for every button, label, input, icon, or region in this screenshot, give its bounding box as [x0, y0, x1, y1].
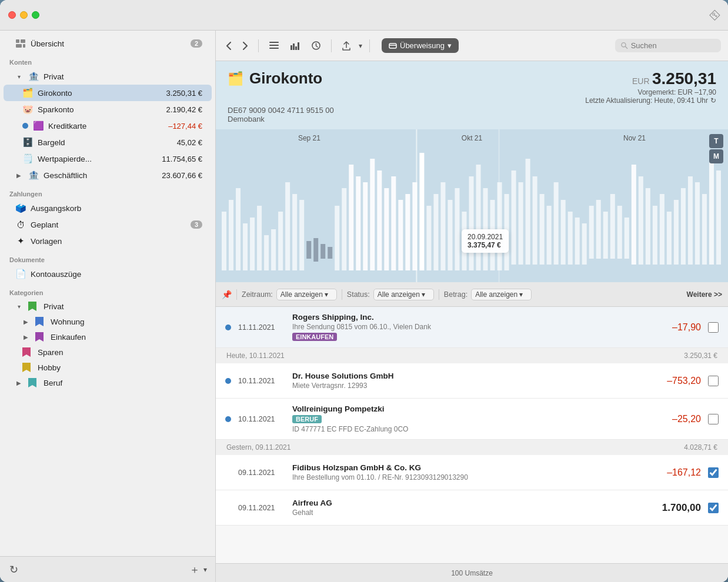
transfer-dropdown: ▾	[448, 41, 452, 50]
fullscreen-button[interactable]	[32, 11, 39, 19]
sidebar-item-kreditkarte[interactable]: 🟪 Kreditkarte –127,44 €	[4, 118, 212, 134]
chart-view-button[interactable]	[287, 39, 303, 52]
sidebar-item-hobby[interactable]: Hobby	[4, 360, 212, 375]
svg-rect-33	[320, 244, 325, 259]
sidebar-item-wohnung[interactable]: ▶ Wohnung	[4, 314, 212, 329]
svg-rect-66	[554, 182, 559, 265]
tx-name: Fidibus Holzspan GmbH & Co. KG	[292, 463, 641, 472]
sidebar-item-geschaeftlich[interactable]: ▶ 🏦 Geschäftlich 23.607,66 €	[4, 167, 212, 183]
tx-checkbox[interactable]	[708, 467, 719, 478]
sidebar: Übersicht 2 Konten ▾ 🏦 Privat 🗂️ Girokon…	[0, 31, 216, 582]
kategorien-privat-toggle[interactable]: ▾	[15, 303, 22, 310]
svg-line-15	[626, 46, 627, 48]
sparkonto-icon: 🐷	[22, 104, 33, 115]
svg-rect-61	[519, 182, 523, 265]
refresh-button[interactable]: ↻	[7, 561, 21, 578]
share-button[interactable]	[339, 39, 354, 53]
sidebar-item-sparen[interactable]: Sparen	[4, 344, 212, 360]
geplant-label: Geplant	[31, 220, 186, 229]
tx-category-badge: BERUF	[292, 415, 322, 423]
table-row[interactable]: 10.11.2021 Dr. House Solutions GmbH Miet…	[216, 363, 728, 399]
back-button[interactable]	[223, 39, 235, 52]
svg-rect-52	[455, 188, 459, 270]
svg-rect-58	[497, 182, 502, 270]
table-row[interactable]: 10.11.2021 Vollreinigung Pompetzki BERUF…	[216, 399, 728, 440]
svg-rect-0	[16, 39, 19, 43]
list-view-button[interactable]	[266, 39, 282, 52]
svg-rect-38	[356, 176, 360, 270]
tx-date: 09.11.2021	[238, 504, 285, 512]
ausgangskorb-icon: 🗳️	[15, 203, 26, 213]
sidebar-item-geplant[interactable]: ⏱ Geplant 3	[4, 216, 212, 233]
svg-rect-82	[667, 212, 672, 265]
betrag-dropdown[interactable]: Alle anzeigen ▾	[471, 289, 532, 300]
table-row[interactable]: 09.11.2021 Airfreu AG Gehalt 1.700,00	[216, 490, 728, 526]
privat-toggle[interactable]: ▾	[15, 73, 22, 80]
sidebar-item-kategorien-privat[interactable]: ▾ Privat	[4, 299, 212, 314]
sidebar-item-girokonto[interactable]: 🗂️ Girokonto 3.250,31 €	[4, 85, 212, 101]
svg-rect-76	[625, 218, 629, 259]
sidebar-item-beruf[interactable]: ▶ Beruf	[4, 375, 212, 390]
tx-checkbox[interactable]	[708, 322, 719, 333]
history-button[interactable]	[308, 39, 324, 52]
search-input[interactable]	[631, 41, 715, 50]
einkaufen-label: Einkaufen	[51, 333, 202, 342]
tx-checkbox[interactable]	[708, 376, 719, 386]
svg-rect-50	[440, 182, 445, 270]
add-button[interactable]: ＋	[187, 560, 202, 579]
tx-date: 11.11.2021	[238, 323, 285, 332]
filter-more[interactable]: Weitere >>	[687, 290, 722, 299]
svg-rect-78	[639, 176, 643, 265]
refresh-icon[interactable]: ↻	[710, 96, 716, 105]
sidebar-item-sparkonto[interactable]: 🐷 Sparkonto 2.190,42 €	[4, 101, 212, 118]
sidebar-item-wertpapiere[interactable]: 🗒️ Wertpapierde... 11.754,65 €	[4, 150, 212, 167]
svg-rect-26	[271, 229, 276, 270]
sidebar-item-overview[interactable]: Übersicht 2	[4, 35, 212, 52]
beruf-toggle[interactable]: ▶	[15, 379, 22, 386]
account-pending: Vorgemerkt: EUR –17,90	[585, 88, 716, 96]
minimize-button[interactable]	[20, 11, 28, 19]
tx-checkbox[interactable]	[708, 414, 719, 424]
tooltip-date: 20.09.2021	[467, 233, 503, 241]
sidebar-item-einkaufen[interactable]: ▶ Einkaufen	[4, 329, 212, 344]
svg-rect-67	[561, 200, 566, 265]
close-button[interactable]	[8, 11, 16, 19]
status-value: Alle anzeigen	[378, 290, 420, 299]
table-row[interactable]: 09.11.2021 Fidibus Holzspan GmbH & Co. K…	[216, 455, 728, 490]
date-separator: Heute, 10.11.2021 3.250,31 €	[216, 348, 728, 363]
account-balance-line: EUR 3.250,31	[585, 69, 716, 88]
tx-amount: –25,20	[648, 414, 701, 424]
vorlagen-icon: ✦	[15, 236, 26, 246]
chart-btn-t[interactable]: T	[709, 134, 723, 148]
sidebar-item-kontoauszuege[interactable]: 📄 Kontoauszüge	[4, 266, 212, 282]
forward-button[interactable]	[239, 39, 251, 52]
ausgangskorb-label: Ausgangskorb	[31, 204, 202, 213]
table-row[interactable]: 11.11.2021 Rogers Shipping, Inc. Ihre Se…	[216, 307, 728, 348]
svg-rect-9	[295, 46, 297, 50]
girokonto-label: Girokonto	[38, 89, 162, 98]
transfer-label: Überweisung	[400, 41, 445, 50]
svg-rect-70	[582, 223, 587, 265]
pin-icon[interactable]: 📌	[222, 290, 232, 299]
account-balance-area: EUR 3.250,31 Vorgemerkt: EUR –17,90 Letz…	[585, 69, 716, 105]
sidebar-item-ausgangskorb[interactable]: 🗳️ Ausgangskorb	[4, 200, 212, 216]
sidebar-item-bargeld[interactable]: 🗄️ Bargeld 45,02 €	[4, 134, 212, 150]
add-button-area: ＋ ▾	[187, 560, 208, 579]
tx-checkbox[interactable]	[708, 503, 719, 513]
wohnung-bookmark-icon	[35, 317, 44, 326]
geschaeftlich-toggle[interactable]: ▶	[15, 172, 22, 179]
sparen-label: Sparen	[38, 348, 202, 357]
transfer-button[interactable]: Überweisung ▾	[382, 38, 459, 53]
add-dropdown-button[interactable]: ▾	[202, 563, 208, 576]
status-dropdown[interactable]: Alle anzeigen ▾	[373, 289, 434, 300]
date-separator: Gestern, 09.11.2021 4.028,71 €	[216, 440, 728, 455]
sidebar-item-vorlagen[interactable]: ✦ Vorlagen	[4, 233, 212, 249]
betrag-value: Alle anzeigen	[475, 290, 517, 299]
search-icon	[621, 42, 628, 49]
einkaufen-toggle[interactable]: ▶	[22, 333, 29, 340]
chart-btn-m[interactable]: M	[709, 149, 723, 163]
sidebar-item-privat-group[interactable]: ▾ 🏦 Privat	[4, 68, 212, 85]
wohnung-toggle[interactable]: ▶	[22, 318, 29, 325]
bargeld-icon: 🗄️	[22, 137, 33, 148]
zeitraum-dropdown[interactable]: Alle anzeigen ▾	[276, 289, 337, 300]
